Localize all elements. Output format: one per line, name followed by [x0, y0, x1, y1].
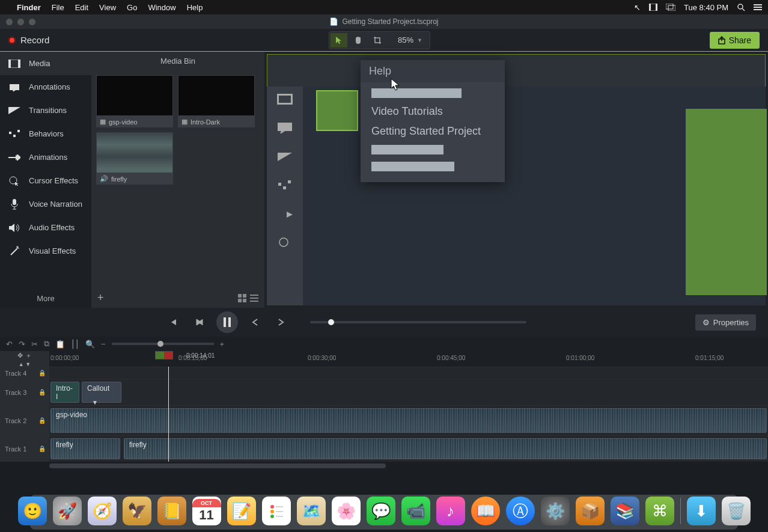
timeline-horizontal-scrollbar[interactable] — [0, 462, 768, 470]
clip-intro[interactable]: Intro-I — [50, 382, 79, 403]
help-menu-item-placeholder[interactable] — [371, 162, 454, 171]
help-menu-item-tutorials[interactable]: Video Tutorials — [371, 105, 494, 118]
window-traffic-lights[interactable] — [6, 19, 35, 25]
share-button[interactable]: Share — [710, 32, 760, 49]
timeline-zoom-slider[interactable] — [112, 343, 214, 345]
dock-launchpad-icon[interactable]: 🚀 — [53, 497, 82, 525]
clip-firefly-1[interactable]: firefly — [50, 438, 120, 459]
status-cursor-icon[interactable]: ↖ — [634, 3, 641, 12]
play-pause-button[interactable] — [216, 311, 238, 333]
menu-help[interactable]: Help — [187, 3, 203, 12]
dock-ibooks-icon[interactable]: 📖 — [471, 497, 500, 525]
track-2-body[interactable]: gsp-video — [49, 406, 768, 435]
media-item-gsp-video[interactable]: ▦gsp-video — [96, 75, 173, 127]
prev-frame-button[interactable] — [163, 313, 183, 332]
list-view-button[interactable] — [250, 294, 258, 302]
copy-button[interactable]: ⧉ — [44, 339, 49, 349]
playhead-handle[interactable] — [155, 351, 173, 359]
dock-safari-icon[interactable]: 🧭 — [88, 497, 117, 525]
dock-facetime-icon[interactable]: 📹 — [401, 497, 430, 525]
lock-icon[interactable]: 🔒 — [38, 417, 46, 424]
zoom-in-button[interactable]: + — [220, 340, 225, 349]
sidebar-item-label: Annotations — [29, 82, 70, 91]
next-marker-button[interactable] — [272, 313, 291, 332]
split-button[interactable]: ⎮⎮ — [71, 340, 79, 349]
dock-messages-icon[interactable]: 💬 — [367, 497, 395, 525]
status-display-icon[interactable] — [666, 4, 675, 11]
dock-mail-icon[interactable]: 🦅 — [123, 497, 151, 525]
dock-itunes-icon[interactable]: ♪ — [436, 497, 465, 525]
sidebar-item-visual-effects[interactable]: Visual Effects — [0, 239, 91, 263]
cut-button[interactable]: ✂ — [31, 340, 38, 349]
lock-icon[interactable]: 🔒 — [38, 370, 46, 376]
canvas-select-tool[interactable] — [331, 33, 347, 47]
paste-button[interactable]: 📋 — [55, 340, 65, 349]
menu-window[interactable]: Window — [148, 3, 175, 12]
playhead-line[interactable] — [168, 367, 169, 462]
undo-button[interactable]: ↶ — [6, 340, 13, 349]
notification-center-icon[interactable] — [754, 4, 762, 11]
record-button[interactable]: Record — [20, 35, 49, 45]
svg-rect-4 — [668, 5, 675, 11]
properties-button[interactable]: ⚙ Properties — [695, 314, 756, 331]
sidebar-item-audio-effects[interactable]: Audio Effects — [0, 216, 91, 239]
canvas-selected-clip[interactable] — [316, 90, 358, 131]
track-3-body[interactable]: Intro-I Callout▼ — [49, 379, 768, 405]
sidebar-item-behaviors[interactable]: Behaviors — [0, 122, 91, 145]
menubar-clock[interactable]: Tue 8:40 PM — [684, 3, 728, 12]
dock-downloads-icon[interactable]: ⬇ — [687, 497, 716, 525]
help-menu-search[interactable] — [371, 88, 462, 98]
dock-calendar-icon[interactable]: OCT11 — [192, 497, 221, 525]
sidebar-item-animations[interactable]: Animations — [0, 145, 91, 169]
menubar-app-name[interactable]: Finder — [17, 3, 41, 12]
dock-app-icon[interactable]: 📦 — [576, 497, 605, 525]
sidebar-item-label: Audio Effects — [29, 223, 75, 232]
dock-notes-icon[interactable]: 📝 — [227, 497, 256, 525]
redo-button[interactable]: ↷ — [19, 340, 25, 349]
dock-finder-icon[interactable]: 🙂 — [18, 497, 47, 525]
sidebar-item-cursor-effects[interactable]: Cursor Effects — [0, 169, 91, 192]
menu-edit[interactable]: Edit — [75, 3, 88, 12]
track-1-body[interactable]: firefly firefly — [49, 436, 768, 462]
next-frame-button[interactable] — [190, 313, 209, 332]
dock-photos-icon[interactable]: 🌸 — [332, 497, 361, 525]
menu-view[interactable]: View — [99, 3, 116, 12]
dock-preferences-icon[interactable]: ⚙️ — [541, 497, 570, 525]
lock-icon[interactable]: 🔒 — [38, 445, 46, 452]
zoom-out-button[interactable]: − — [101, 340, 106, 349]
canvas-preview[interactable]: Help Video Tutorials Getting Started Pro… — [264, 52, 768, 308]
sidebar-item-annotations[interactable]: Annotations — [0, 75, 91, 99]
dock-appstore-icon[interactable]: Ⓐ — [506, 497, 535, 525]
help-menu-item-getting-started[interactable]: Getting Started Project — [371, 125, 494, 138]
dock-app-icon[interactable]: 📚 — [611, 497, 639, 525]
media-item-intro-dark[interactable]: ▦Intro-Dark — [178, 75, 255, 127]
canvas-crop-tool[interactable] — [369, 33, 386, 47]
track-4-body[interactable] — [49, 367, 768, 379]
help-menu-item-placeholder[interactable] — [371, 145, 443, 154]
menu-file[interactable]: File — [52, 3, 64, 12]
zoom-level-select[interactable]: 85% ▼ — [392, 35, 428, 44]
track-add-controls[interactable]: ✥ ＋ ▲ ▼ — [0, 351, 49, 367]
prev-marker-button[interactable] — [245, 313, 264, 332]
lock-icon[interactable]: 🔒 — [38, 389, 46, 396]
clip-gsp-video[interactable]: gsp-video — [50, 408, 767, 433]
add-media-button[interactable]: + — [97, 292, 104, 304]
menu-go[interactable]: Go — [127, 3, 137, 12]
grid-view-button[interactable] — [238, 294, 246, 302]
dock-contacts-icon[interactable]: 📒 — [157, 497, 186, 525]
spotlight-icon[interactable] — [737, 3, 745, 11]
dock-maps-icon[interactable]: 🗺️ — [297, 497, 326, 525]
sidebar-item-transitions[interactable]: Transitions — [0, 99, 91, 122]
canvas-pan-tool[interactable] — [350, 33, 367, 47]
dock-reminders-icon[interactable] — [262, 497, 291, 525]
sidebar-more-button[interactable]: More — [0, 289, 91, 308]
sidebar-item-media[interactable]: Media — [0, 52, 91, 75]
sidebar-item-voice-narration[interactable]: Voice Narration — [0, 192, 91, 216]
dock-trash-icon[interactable]: 🗑️ — [722, 497, 751, 525]
status-movie-icon[interactable] — [649, 4, 657, 11]
media-item-firefly[interactable]: 🔊firefly — [96, 132, 173, 185]
clip-callout[interactable]: Callout▼ — [82, 382, 121, 403]
dock-camtasia-icon[interactable]: ⌘ — [645, 497, 674, 525]
playback-progress-slider[interactable] — [310, 321, 526, 323]
clip-firefly-2[interactable]: firefly — [124, 438, 767, 459]
